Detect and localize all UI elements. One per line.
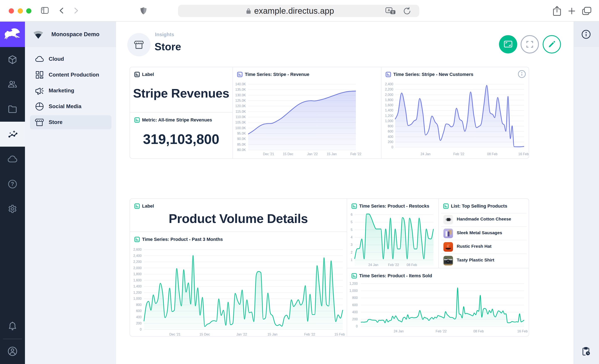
svg-text:85.0K: 85.0K	[237, 143, 246, 146]
svg-text:600: 600	[136, 309, 142, 313]
svg-text:200: 200	[388, 140, 393, 144]
svg-text:08 Feb: 08 Feb	[487, 152, 497, 156]
svg-text:800: 800	[352, 296, 358, 300]
svg-text:Jan '22: Jan '22	[307, 152, 317, 156]
svg-text:Feb '22: Feb '22	[436, 329, 447, 333]
svg-text:400: 400	[388, 135, 393, 139]
svg-text:130.0K: 130.0K	[235, 93, 246, 97]
svg-text:600: 600	[388, 130, 393, 133]
svg-text:Feb '22: Feb '22	[388, 263, 399, 267]
svg-text:90.0K: 90.0K	[237, 137, 246, 141]
svg-text:0: 0	[391, 145, 393, 149]
svg-text:95.0K: 95.0K	[237, 132, 246, 135]
svg-text:Jan '22: Jan '22	[236, 333, 247, 336]
svg-text:1,200: 1,200	[385, 114, 393, 117]
svg-text:24 Jan: 24 Jan	[368, 263, 378, 267]
svg-text:5: 5	[351, 220, 352, 224]
svg-text:110.0K: 110.0K	[235, 115, 246, 119]
svg-text:1,800: 1,800	[385, 98, 393, 102]
svg-text:1,600: 1,600	[385, 103, 393, 107]
svg-text:1,000: 1,000	[133, 297, 142, 300]
svg-text:100.0K: 100.0K	[235, 126, 246, 130]
svg-text:Feb '22: Feb '22	[351, 152, 361, 156]
svg-text:08 Feb: 08 Feb	[407, 263, 417, 267]
svg-text:16 Feb: 16 Feb	[518, 152, 529, 156]
svg-text:1,200: 1,200	[349, 282, 358, 285]
svg-text:3: 3	[351, 243, 352, 247]
svg-text:200: 200	[136, 321, 142, 325]
svg-text:1,400: 1,400	[385, 109, 393, 112]
svg-text:400: 400	[352, 310, 358, 314]
svg-text:24 Jan: 24 Jan	[421, 152, 431, 156]
svg-text:2,600: 2,600	[133, 248, 142, 251]
svg-text:2,400: 2,400	[133, 254, 142, 257]
svg-text:80.0K: 80.0K	[237, 148, 246, 152]
svg-text:16 Feb: 16 Feb	[517, 329, 528, 333]
svg-text:600: 600	[352, 303, 358, 307]
svg-text:200: 200	[352, 317, 358, 321]
svg-text:2,200: 2,200	[133, 260, 142, 264]
svg-text:105.0K: 105.0K	[235, 121, 246, 124]
svg-text:08 Feb: 08 Feb	[473, 329, 484, 333]
svg-text:800: 800	[136, 303, 142, 307]
svg-text:1,800: 1,800	[133, 272, 142, 276]
svg-text:2,200: 2,200	[385, 88, 393, 91]
svg-text:125.0K: 125.0K	[235, 99, 246, 102]
svg-text:Feb '22: Feb '22	[453, 152, 464, 156]
svg-text:400: 400	[136, 315, 142, 319]
svg-text:0: 0	[356, 324, 358, 328]
svg-text:1,000: 1,000	[349, 289, 358, 293]
svg-text:2,400: 2,400	[385, 82, 393, 86]
svg-text:0: 0	[140, 328, 142, 331]
svg-text:1,200: 1,200	[133, 291, 142, 294]
svg-text:115.0K: 115.0K	[235, 110, 246, 113]
svg-text:120.0K: 120.0K	[235, 104, 246, 108]
svg-text:1,600: 1,600	[133, 278, 142, 282]
svg-text:2: 2	[351, 251, 352, 254]
svg-text:2,000: 2,000	[133, 266, 142, 270]
svg-text:15 Jan: 15 Jan	[267, 333, 277, 336]
svg-text:Dec '21: Dec '21	[263, 152, 274, 156]
svg-text:Dec '21: Dec '21	[169, 333, 181, 336]
svg-text:24 Jan: 24 Jan	[394, 329, 404, 333]
svg-text:15 Jan: 15 Jan	[327, 152, 337, 156]
svg-text:1,000: 1,000	[385, 119, 393, 123]
svg-text:2,000: 2,000	[385, 93, 393, 97]
svg-text:800: 800	[388, 124, 393, 128]
svg-text:15 Feb: 15 Feb	[335, 333, 345, 336]
svg-text:1,400: 1,400	[133, 284, 142, 288]
svg-text:6: 6	[351, 213, 352, 216]
svg-text:1: 1	[351, 258, 352, 262]
svg-text:5: 5	[351, 228, 352, 231]
svg-text:135.0K: 135.0K	[235, 88, 246, 91]
svg-text:140.0K: 140.0K	[235, 82, 246, 86]
svg-text:4: 4	[351, 235, 352, 239]
svg-text:15 Dec: 15 Dec	[283, 152, 293, 156]
svg-text:15 Dec: 15 Dec	[199, 333, 210, 336]
svg-text:Feb '22: Feb '22	[304, 333, 315, 336]
